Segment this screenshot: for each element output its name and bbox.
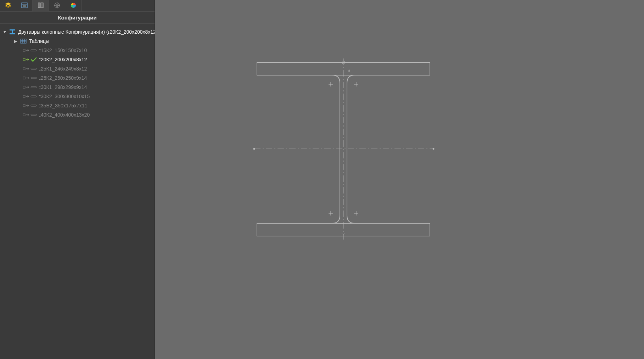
- svg-rect-60: [31, 114, 37, 116]
- svg-rect-35: [31, 68, 37, 69]
- config-bar-icon: [30, 103, 37, 108]
- config-glyph-icon: [23, 75, 29, 80]
- drawing-canvas[interactable]: ✳: [155, 0, 644, 359]
- config-row[interactable]: ɪ30К1_298х299х9х14: [0, 83, 155, 92]
- ibeam-icon: [9, 29, 16, 35]
- svg-rect-14: [12, 30, 13, 33]
- svg-rect-21: [23, 49, 25, 51]
- tree-root-label: Двутавры колонные Конфигурация(и) (ɪ20К2…: [18, 29, 155, 35]
- svg-rect-46: [23, 95, 25, 97]
- panel-title: Конфигурации: [0, 12, 155, 24]
- config-row[interactable]: ɪ35Б2_350х175х7х11: [0, 101, 155, 110]
- config-bar-icon: [30, 112, 37, 117]
- config-glyph-icon: [23, 48, 29, 53]
- tab-properties[interactable]: [16, 0, 33, 12]
- tree-tables-row[interactable]: ▶ Таблицы: [0, 37, 155, 46]
- svg-text:✳: ✳: [348, 68, 351, 73]
- svg-rect-31: [23, 68, 25, 70]
- layers-icon: [5, 2, 12, 10]
- config-row[interactable]: ɪ20К2_200х200х8х12: [0, 55, 155, 64]
- tab-appearance[interactable]: [65, 0, 82, 12]
- config-bar-icon: [30, 66, 37, 71]
- table-icon: [20, 38, 27, 44]
- config-row[interactable]: ɪ30К2_300х300х10х15: [0, 92, 155, 101]
- config-row[interactable]: ɪ25К2_250х250х9х14: [0, 73, 155, 83]
- svg-rect-56: [23, 114, 25, 116]
- tab-target[interactable]: [49, 0, 65, 12]
- svg-rect-13: [10, 29, 15, 30]
- svg-rect-15: [10, 33, 15, 34]
- config-bar-icon: [30, 85, 37, 90]
- tab-configurations[interactable]: [33, 0, 49, 12]
- ibeam-sketch: ✳: [155, 0, 644, 359]
- config-row[interactable]: ɪ15К2_150х150х7х10: [0, 46, 155, 55]
- config-tree: ▼ Двутавры колонные Конфигурация(и) (ɪ20…: [0, 24, 155, 119]
- target-icon: [54, 2, 61, 10]
- config-label: ɪ35Б2_350х175х7х11: [39, 103, 87, 108]
- config-label: ɪ25К2_250х250х9х14: [39, 75, 87, 81]
- config-glyph-icon: [23, 94, 29, 99]
- config-bar-icon: [30, 94, 37, 99]
- config-label: ɪ30К1_298х299х9х14: [39, 84, 87, 90]
- svg-rect-45: [31, 86, 37, 88]
- svg-rect-36: [23, 77, 25, 79]
- config-label: ɪ25К1_246х249х8х12: [39, 66, 87, 72]
- app-root: Конфигурации ▼ Двутавры колонные Конфигу…: [0, 0, 644, 359]
- config-row[interactable]: ɪ25К1_246х249х8х12: [0, 64, 155, 73]
- svg-rect-51: [23, 105, 25, 107]
- expander-root[interactable]: ▼: [3, 30, 7, 34]
- tab-strip: [0, 0, 155, 12]
- config-glyph-icon: [23, 103, 29, 108]
- svg-rect-41: [23, 86, 25, 88]
- config-label: ɪ30К2_300х300х10х15: [39, 94, 90, 99]
- config-glyph-icon: [23, 57, 29, 62]
- config-label: ɪ15К2_150х150х7х10: [39, 47, 87, 53]
- config-glyph-icon: [23, 112, 29, 117]
- svg-rect-16: [21, 39, 26, 43]
- svg-rect-25: [31, 50, 37, 51]
- checkmark-icon: [30, 57, 37, 62]
- svg-point-79: [253, 148, 255, 150]
- configurations-icon: [37, 2, 44, 10]
- svg-point-80: [433, 148, 435, 150]
- appearance-icon: [70, 2, 77, 10]
- svg-rect-40: [31, 77, 37, 79]
- tree-tables-label: Таблицы: [29, 38, 49, 44]
- side-panel: Конфигурации ▼ Двутавры колонные Конфигу…: [0, 0, 155, 359]
- config-glyph-icon: [23, 66, 29, 71]
- properties-icon: [21, 2, 28, 10]
- tree-root-row[interactable]: ▼ Двутавры колонные Конфигурация(и) (ɪ20…: [0, 27, 155, 37]
- svg-rect-26: [23, 58, 25, 61]
- config-bar-icon: [30, 48, 37, 53]
- config-label: ɪ40К2_400х400х13х20: [39, 112, 90, 118]
- config-bar-icon: [30, 75, 37, 80]
- config-glyph-icon: [23, 85, 29, 90]
- config-label: ɪ20К2_200х200х8х12: [39, 57, 87, 62]
- svg-rect-55: [31, 105, 37, 106]
- svg-rect-50: [31, 96, 37, 97]
- expander-tables[interactable]: ▶: [13, 39, 18, 44]
- config-row[interactable]: ɪ40К2_400х400х13х20: [0, 110, 155, 119]
- tab-layers[interactable]: [0, 0, 16, 12]
